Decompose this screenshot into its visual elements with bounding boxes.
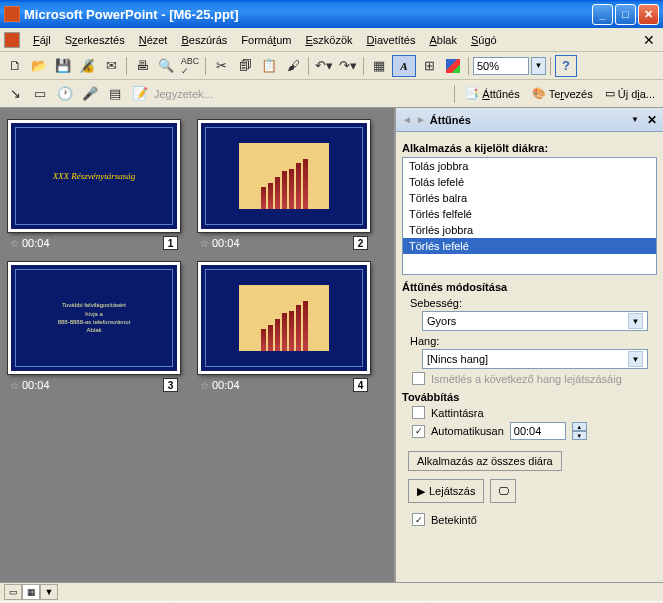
maximize-button[interactable]: □ [615,4,636,25]
slideshow-preview-button[interactable]: 🖵 [490,479,516,503]
menu-window[interactable]: Ablak [422,32,464,48]
grid-icon[interactable]: ⊞ [418,55,440,77]
slide-item[interactable]: ☆00:04 2 [198,120,370,250]
play-button[interactable]: ▶ Lejátszás [408,479,484,503]
spellcheck-icon[interactable]: ABC✓ [179,55,201,77]
list-item[interactable]: Törlés lefelé [403,238,656,254]
arrow-icon[interactable]: ↘ [4,83,26,105]
taskpane-dropdown-icon[interactable]: ▼ [631,115,639,124]
speed-select[interactable]: Gyors▼ [422,311,648,331]
onclick-label: Kattintásra [431,407,484,419]
zoom-input[interactable]: 50% [473,57,529,75]
spinner-down-icon[interactable]: ▼ [572,431,587,440]
new-slide-button[interactable]: ▭ Új dia... [601,85,659,102]
transition-button[interactable]: 📑 Áttűnés [461,85,523,102]
auto-time-input[interactable] [510,422,566,440]
undo-icon[interactable]: ↶▾ [313,55,335,77]
print-icon[interactable]: 🖶 [131,55,153,77]
hide-slide-icon[interactable]: ▭ [29,83,51,105]
paste-icon[interactable]: 📋 [258,55,280,77]
minimize-button[interactable]: _ [592,4,613,25]
notes-icon[interactable]: 📝 [129,83,151,105]
font-style-button[interactable]: A [392,55,416,77]
sound-select[interactable]: [Nincs hang]▼ [422,349,648,369]
autopreview-checkbox[interactable]: ✓ [412,513,425,526]
animation-star-icon: ☆ [10,238,19,249]
taskpane-body: Alkalmazás a kijelölt diákra: Tolás jobb… [396,132,663,582]
auto-checkbox[interactable]: ✓ [412,425,425,438]
save-icon[interactable]: 💾 [52,55,74,77]
doc-close-button[interactable]: ✕ [639,32,659,48]
onclick-checkbox[interactable] [412,406,425,419]
list-item[interactable]: Törlés balra [403,190,656,206]
normal-view-icon[interactable]: ▭ [4,584,22,600]
sorter-view-icon[interactable]: ▦ [22,584,40,600]
help-icon[interactable]: ? [555,55,577,77]
sound-label: Hang: [410,335,657,347]
slide-number: 1 [163,236,178,250]
title-text: Microsoft PowerPoint - [M6-25.ppt] [24,7,592,22]
slide-title: XXX Részvénytársaság [53,171,136,181]
slide-thumbnail[interactable] [198,120,370,232]
menu-file[interactable]: Fájl [26,32,58,48]
permission-icon[interactable]: 🔏 [76,55,98,77]
auto-label: Automatikusan [431,425,504,437]
slide-item[interactable]: További felvilágosításért hívja a 888-88… [8,262,180,392]
record-icon[interactable]: 🎤 [79,83,101,105]
slide-thumbnail[interactable]: További felvilágosításért hívja a 888-88… [8,262,180,374]
loop-label: Ismétlés a következő hang lejátszásáig [431,373,622,385]
close-button[interactable]: ✕ [638,4,659,25]
spinner-up-icon[interactable]: ▲ [572,422,587,431]
slideshow-view-icon[interactable]: ▼ [40,584,58,600]
slide-item[interactable]: XXX Részvénytársaság ☆00:04 1 [8,120,180,250]
slide-sorter-panel[interactable]: XXX Részvénytársaság ☆00:04 1 [0,108,394,582]
design-button[interactable]: 🎨 Tervezés [528,85,597,102]
autopreview-label: Betekintő [431,514,477,526]
section-modify: Áttűnés módosítása [402,281,657,293]
notes-label: Jegyzetek... [154,88,213,100]
list-item[interactable]: Törlés jobbra [403,222,656,238]
slide-item[interactable]: ☆00:04 4 [198,262,370,392]
taskpane-title: Áttűnés [430,114,623,126]
new-icon[interactable]: 🗋 [4,55,26,77]
animation-star-icon: ☆ [10,380,19,391]
menu-slideshow[interactable]: Diavetítés [360,32,423,48]
slide-thumbnail[interactable]: XXX Részvénytársaság [8,120,180,232]
redo-icon[interactable]: ↷▾ [337,55,359,77]
email-icon[interactable]: ✉ [100,55,122,77]
secondary-toolbar: ↘ ▭ 🕐 🎤 ▤ 📝 Jegyzetek... 📑 Áttűnés 🎨 Ter… [0,80,663,108]
slide-number: 2 [353,236,368,250]
forward-icon[interactable]: ► [416,114,426,125]
chevron-down-icon[interactable]: ▼ [628,351,643,367]
chevron-down-icon[interactable]: ▼ [628,313,643,329]
menu-edit[interactable]: Szerkesztés [58,32,132,48]
zoom-dropdown[interactable]: ▼ [531,57,546,75]
slide-time: ☆00:04 [200,237,240,249]
copy-icon[interactable]: 🗐 [234,55,256,77]
menu-tools[interactable]: Eszközök [298,32,359,48]
menu-view[interactable]: Nézet [132,32,175,48]
list-item[interactable]: Törlés felfelé [403,206,656,222]
app-icon [4,6,20,22]
cut-icon[interactable]: ✂ [210,55,232,77]
section-apply-to: Alkalmazás a kijelölt diákra: [402,142,657,154]
format-painter-icon[interactable]: 🖌 [282,55,304,77]
taskpane-close-icon[interactable]: ✕ [647,113,657,127]
open-icon[interactable]: 📂 [28,55,50,77]
slide-thumbnail[interactable] [198,262,370,374]
work-area: XXX Részvénytársaság ☆00:04 1 [0,108,663,582]
list-item[interactable]: Tolás jobbra [403,158,656,174]
menu-help[interactable]: Súgó [464,32,504,48]
rehearse-icon[interactable]: 🕐 [54,83,76,105]
table-icon[interactable]: ▦ [368,55,390,77]
menu-format[interactable]: Formátum [234,32,298,48]
transition-listbox[interactable]: Tolás jobbra Tolás lefelé Törlés balra T… [402,157,657,275]
color-icon[interactable] [442,55,464,77]
apply-all-button[interactable]: Alkalmazás az összes diára [408,451,562,471]
back-icon[interactable]: ◄ [402,114,412,125]
menu-insert[interactable]: Beszúrás [174,32,234,48]
preview-icon[interactable]: 🔍 [155,55,177,77]
slide-time: ☆00:04 [10,379,50,391]
list-item[interactable]: Tolás lefelé [403,174,656,190]
summary-icon[interactable]: ▤ [104,83,126,105]
